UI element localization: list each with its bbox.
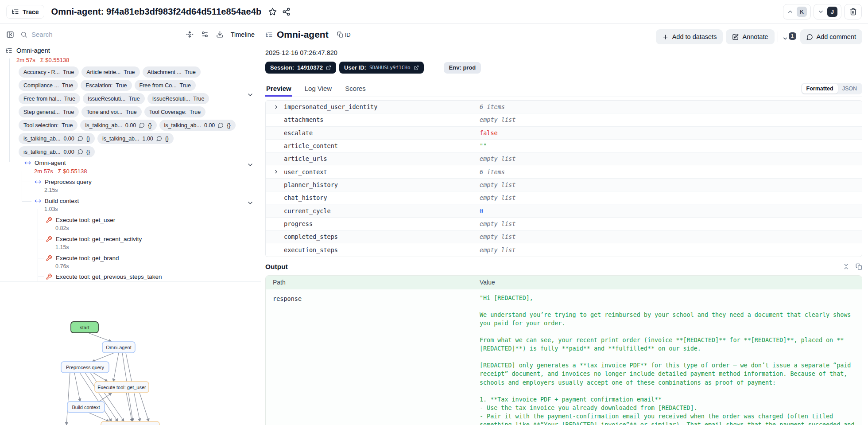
top-bar: Trace Omni-agent: 9f4a81eb3df983f24d64d5… [0,0,868,24]
score-badge[interactable]: Tone and voi...True [81,106,142,117]
tree-item-execute-tool-get-previous-steps-taken[interactable]: Execute tool: get_previous_steps_taken [46,273,162,280]
score-badge[interactable]: Accuracy - R...True [19,66,79,78]
expand-row-icon[interactable] [273,104,279,110]
copy-id-button[interactable]: ID [337,31,351,38]
next-trace-button[interactable]: J [814,4,841,19]
score-value: 0.00 [204,122,215,129]
span-icon [24,160,31,166]
score-badge[interactable]: Tool Coverage:True [144,106,205,117]
score-badge[interactable]: Article retrie...True [81,66,140,78]
score-value: True [180,82,191,89]
prev-trace-button[interactable]: K [783,4,811,19]
trace-type-chip[interactable]: Trace [6,5,44,19]
share-icon[interactable] [282,8,291,16]
add-to-datasets-button[interactable]: Add to datasets [656,29,723,44]
span-name: Execute tool: get_previous_steps_taken [56,273,162,280]
score-badge[interactable]: Free from Co...True [135,80,196,91]
score-metadata: {} [165,136,169,142]
search-input[interactable]: Search [20,31,186,38]
score-name: is_talking_ab... [23,136,60,142]
tree-settings-icon[interactable] [201,31,209,38]
score-badge[interactable]: IssueResoluti...True [83,93,145,104]
graph-node-hidden[interactable] [101,421,159,425]
root-cost: Σ $0.55138 [40,57,70,63]
score-badge[interactable]: is_talking_ab...0.00{} [80,120,156,131]
input-key: completed_steps [284,233,338,240]
bookmark-star-icon[interactable] [268,8,277,16]
score-value: True [124,69,135,75]
add-comment-button[interactable]: Add comment [800,29,862,44]
toggle-formatted[interactable]: Formatted [802,84,838,94]
timeline-toggle[interactable]: Timeline [231,31,255,38]
score-name: Accuracy - R... [23,69,60,75]
preview-tabs: Preview Log View Scores Formatted JSON [265,81,862,97]
input-value: empty list [480,181,515,188]
collapse-panel-icon[interactable] [6,31,14,39]
tree-item-omni-agent[interactable]: Omni-agent [24,160,66,166]
download-icon[interactable] [216,31,224,38]
annotate-dropdown-button[interactable]: 1 [781,31,797,43]
score-name: Free from Co... [140,82,177,89]
score-badge[interactable]: IssueResoluti...True [147,93,209,104]
user-id-link[interactable]: User ID: SDAHUSLy9f1CHo [339,62,424,74]
trace-tree: Omni-agent 2m 57s Σ $0.55138 Accuracy - … [0,45,261,282]
collapse-chevron-icon[interactable] [247,91,254,98]
tree-item-execute-tool-get-brand[interactable]: Execute tool: get_brand [46,255,119,261]
collapse-chevron-icon[interactable] [247,199,254,207]
agent-graph[interactable]: __start__Omni-agentPreprocess queryExecu… [0,284,261,425]
trace-tree-sidebar: Search Timeline Omni-agent 2m 57s Σ $0.5… [0,24,261,425]
input-row-progress: progressempty list [266,218,862,230]
score-badge[interactable]: Compliance ...True [19,80,78,91]
search-icon [20,31,27,38]
tree-connector [22,182,31,182]
collapse-all-icon[interactable] [186,31,194,38]
trace-label: Trace [23,8,39,16]
score-badge[interactable]: is_talking_ab...1.00{} [97,133,174,144]
span-meta: 1.03s [44,206,58,212]
input-row-impersonated_user_identity[interactable]: impersonated_user_identity6 items [266,101,862,113]
input-row-user_context[interactable]: user_context6 items [266,165,862,178]
score-value: True [64,96,75,102]
tree-item-execute-tool-get-user[interactable]: Execute tool: get_user [46,217,115,223]
copy-output-icon[interactable] [856,263,862,270]
tree-item-execute-tool-get-recent-activity[interactable]: Execute tool: get_recent_activity [46,236,142,242]
span-icon [35,198,41,204]
wrench-icon [46,273,52,280]
collapse-chevron-icon[interactable] [247,161,254,168]
input-key: article_urls [284,155,327,162]
input-row-escalate: escalatefalse [266,127,862,140]
annotate-button[interactable]: Annotate [726,29,774,44]
tab-scores[interactable]: Scores [344,85,367,97]
score-badge[interactable]: Attachment ...True [143,66,201,78]
output-heading: Output [265,263,288,271]
annotation-count-badge: 1 [789,32,796,40]
score-badge[interactable]: Step generat...True [19,106,79,117]
score-badge[interactable]: Tool selection:True [19,120,78,131]
input-row-article_urls: article_urlsempty list [266,152,862,165]
tree-item-preprocess-query[interactable]: Preprocess query [35,179,92,185]
input-row-execution_steps: execution_stepsempty list [266,243,862,256]
input-value: 0 [480,207,483,214]
toggle-json[interactable]: JSON [838,84,861,94]
session-link[interactable]: Session: 14910372 [265,62,336,74]
root-span-name: Omni-agent [16,47,50,54]
score-badge[interactable]: Escalation:True [81,80,132,91]
tree-root-omni-agent[interactable]: Omni-agent [5,47,50,54]
tree-connector [9,58,10,162]
score-badge[interactable]: is_talking_ab...0.00{} [19,133,95,144]
score-name: IssueResoluti... [88,96,125,102]
tab-log-view[interactable]: Log View [304,85,333,97]
expand-row-icon[interactable] [273,169,279,175]
span-meta: 2m 57sΣ $0.55138 [34,168,87,175]
score-name: Tone and voi... [86,109,122,115]
score-badge[interactable]: is_talking_ab...0.00{} [19,146,95,157]
tab-preview[interactable]: Preview [265,85,292,97]
graph-edge [88,333,112,342]
tree-item-build-context[interactable]: Build context [35,198,79,204]
delete-trace-button[interactable] [844,4,862,19]
collapse-output-icon[interactable] [843,263,849,270]
score-badge[interactable]: is_talking_ab...0.00{} [159,120,236,131]
input-value: "" [480,142,487,149]
score-badge[interactable]: Free from hal...True [19,93,80,104]
graph-edge [140,393,149,421]
